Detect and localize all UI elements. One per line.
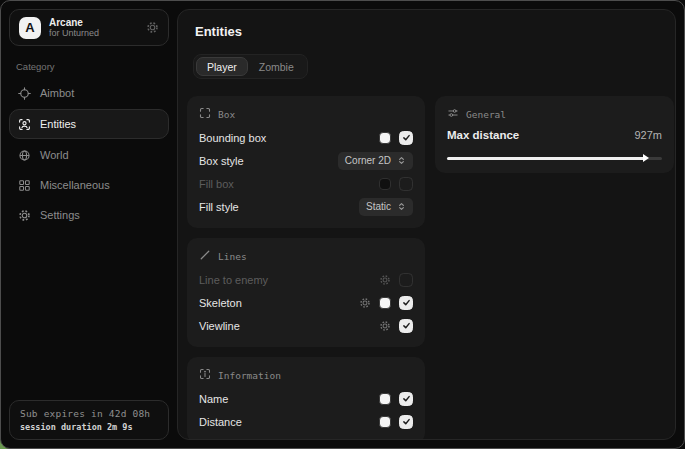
main-panel: Entities Player Zombie [177,9,676,440]
page-title: Entities [195,24,667,39]
subscription-card: Sub expires in 42d 08h session duration … [9,400,169,440]
line-to-enemy-row: Line to enemy [199,268,413,291]
fill-box-checkbox[interactable] [399,177,413,191]
category-label: Category [16,61,169,72]
max-distance-row: Max distance 927m [447,126,662,144]
crosshair-icon [18,87,31,100]
box-card: Box Bounding box Box [187,96,425,228]
box-card-header: Box [199,107,413,121]
row-label: Viewline [199,320,379,332]
sidebar-item-label: World [40,149,69,161]
fill-box-row: Fill box [199,172,413,195]
dropdown-value: Static [366,201,391,212]
row-label: Bounding box [199,132,379,144]
name-checkbox[interactable] [399,392,413,406]
lines-card: Lines Line to enemy [187,238,425,347]
entity-type-tabs: Player Zombie [193,54,308,79]
card-header-label: General [466,109,506,120]
sidebar-item-miscellaneous[interactable]: Miscellaneous [9,171,169,199]
max-distance-slider[interactable] [447,153,662,163]
information-card-header: Information [199,368,413,382]
right-column: General Max distance 927m [435,96,674,173]
name-row: Name [199,387,413,410]
viewline-settings-gear-icon[interactable] [379,320,391,332]
skeleton-checkbox[interactable] [399,296,413,310]
tab-zombie[interactable]: Zombie [248,57,305,76]
line-to-enemy-settings-gear-icon[interactable] [379,274,391,286]
arcane-window: A Arcane for Unturned Category Aimbot [0,0,685,449]
grid-icon [18,179,31,192]
globe-icon [18,149,31,162]
sidebar-item-settings[interactable]: Settings [9,201,169,229]
tab-label: Zombie [259,61,294,73]
general-card: General Max distance 927m [435,96,674,173]
box-style-dropdown[interactable]: Corner 2D [338,152,413,170]
skeleton-row: Skeleton [199,291,413,314]
gear-icon [18,209,31,222]
max-distance-value: 927m [634,129,662,141]
line-to-enemy-checkbox[interactable] [399,273,413,287]
sidebar-item-entities[interactable]: Entities [9,109,169,139]
sidebar-item-aimbot[interactable]: Aimbot [9,79,169,107]
name-color-swatch[interactable] [379,393,391,405]
distance-color-swatch[interactable] [379,416,391,428]
content-area: Box Bounding box Box [186,96,667,440]
card-header-label: Lines [218,251,247,262]
scan-corners-icon [199,107,211,121]
dropdown-value: Corner 2D [345,155,391,166]
left-column: Box Bounding box Box [187,96,425,440]
viewline-checkbox[interactable] [399,319,413,333]
information-card: Information Name Dis [187,357,425,440]
entity-scan-icon [18,118,31,131]
diagonal-line-icon [199,249,211,263]
row-label: Distance [199,416,379,428]
sidebar-item-label: Settings [40,209,80,221]
fill-style-row: Fill style Static [199,195,413,218]
row-label: Fill box [199,178,379,190]
row-label: Box style [199,155,338,167]
card-header-label: Box [218,109,235,120]
desktop-background: A Arcane for Unturned Category Aimbot [0,0,685,449]
fill-box-color-swatch[interactable] [379,178,391,190]
bounding-box-row: Bounding box [199,126,413,149]
brand-settings-gear-icon[interactable] [146,21,159,34]
brand-card: A Arcane for Unturned [9,9,169,46]
row-label: Fill style [199,201,359,213]
row-label: Name [199,393,379,405]
sliders-icon [447,107,459,121]
brand-name: Arcane [49,17,138,29]
tab-player[interactable]: Player [196,57,248,76]
box-style-row: Box style Corner 2D [199,149,413,172]
skeleton-color-swatch[interactable] [379,297,391,309]
row-label: Line to enemy [199,274,379,286]
fill-style-dropdown[interactable]: Static [359,198,413,216]
sidebar-item-label: Entities [40,118,76,130]
sidebar-item-label: Aimbot [40,87,74,99]
chevrons-up-down-icon [397,156,406,165]
viewline-row: Viewline [199,314,413,337]
brand-text: Arcane for Unturned [49,17,138,39]
sidebar: A Arcane for Unturned Category Aimbot [1,1,177,448]
sidebar-item-label: Miscellaneous [40,179,110,191]
sidebar-item-world[interactable]: World [9,141,169,169]
max-distance-label: Max distance [447,129,519,141]
brand-subtitle: for Unturned [49,28,138,38]
tab-label: Player [207,61,237,73]
skeleton-settings-gear-icon[interactable] [359,297,371,309]
card-header-label: Information [218,370,281,381]
bounding-box-checkbox[interactable] [399,131,413,145]
slider-thumb[interactable] [643,154,649,162]
distance-row: Distance [199,410,413,433]
general-card-header: General [447,107,662,121]
sub-expiry-text: Sub expires in 42d 08h [20,408,158,419]
slider-fill [447,157,646,160]
brand-logo: A [19,17,41,39]
bounding-box-color-swatch[interactable] [379,132,391,144]
session-duration-text: session duration 2m 9s [20,422,158,432]
chevrons-up-down-icon [397,202,406,211]
distance-checkbox[interactable] [399,415,413,429]
info-brackets-icon [199,368,211,382]
row-label: Skeleton [199,297,359,309]
lines-card-header: Lines [199,249,413,263]
sidebar-nav: Aimbot Entities World [9,79,169,229]
